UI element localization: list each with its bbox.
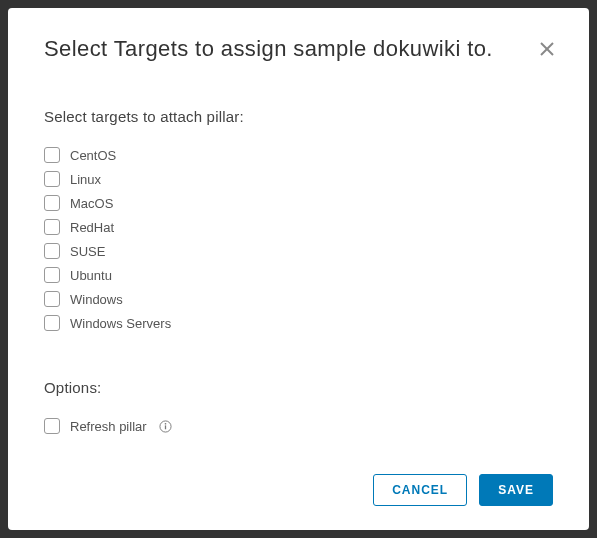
target-row: RedHat	[44, 219, 553, 235]
targets-list: CentOS Linux MacOS RedHat SUSE Ubuntu Wi…	[44, 147, 553, 331]
close-icon	[539, 41, 555, 57]
target-row: Ubuntu	[44, 267, 553, 283]
target-label[interactable]: CentOS	[70, 148, 116, 163]
target-label[interactable]: MacOS	[70, 196, 113, 211]
cancel-button[interactable]: CANCEL	[373, 474, 467, 506]
target-label[interactable]: SUSE	[70, 244, 105, 259]
target-row: CentOS	[44, 147, 553, 163]
option-label[interactable]: Refresh pillar	[70, 419, 147, 434]
target-label[interactable]: Linux	[70, 172, 101, 187]
modal-dialog: Select Targets to assign sample dokuwiki…	[8, 8, 589, 530]
svg-rect-4	[164, 425, 165, 429]
target-row: Windows	[44, 291, 553, 307]
target-label[interactable]: Windows	[70, 292, 123, 307]
close-button[interactable]	[539, 40, 557, 58]
target-checkbox-linux[interactable]	[44, 171, 60, 187]
target-label[interactable]: RedHat	[70, 220, 114, 235]
target-row: MacOS	[44, 195, 553, 211]
option-checkbox-refresh-pillar[interactable]	[44, 418, 60, 434]
options-list: Refresh pillar	[44, 418, 553, 434]
target-checkbox-windows[interactable]	[44, 291, 60, 307]
target-checkbox-windows-servers[interactable]	[44, 315, 60, 331]
save-button[interactable]: SAVE	[479, 474, 553, 506]
options-section-label: Options:	[44, 379, 553, 396]
target-label[interactable]: Windows Servers	[70, 316, 171, 331]
modal-title: Select Targets to assign sample dokuwiki…	[44, 36, 553, 62]
target-row: Windows Servers	[44, 315, 553, 331]
svg-point-3	[164, 422, 166, 424]
target-checkbox-suse[interactable]	[44, 243, 60, 259]
option-row: Refresh pillar	[44, 418, 553, 434]
info-icon[interactable]	[159, 420, 172, 433]
target-checkbox-macos[interactable]	[44, 195, 60, 211]
modal-footer: CANCEL SAVE	[44, 474, 553, 506]
target-label[interactable]: Ubuntu	[70, 268, 112, 283]
target-row: Linux	[44, 171, 553, 187]
target-row: SUSE	[44, 243, 553, 259]
targets-section-label: Select targets to attach pillar:	[44, 108, 553, 125]
target-checkbox-centos[interactable]	[44, 147, 60, 163]
target-checkbox-ubuntu[interactable]	[44, 267, 60, 283]
target-checkbox-redhat[interactable]	[44, 219, 60, 235]
